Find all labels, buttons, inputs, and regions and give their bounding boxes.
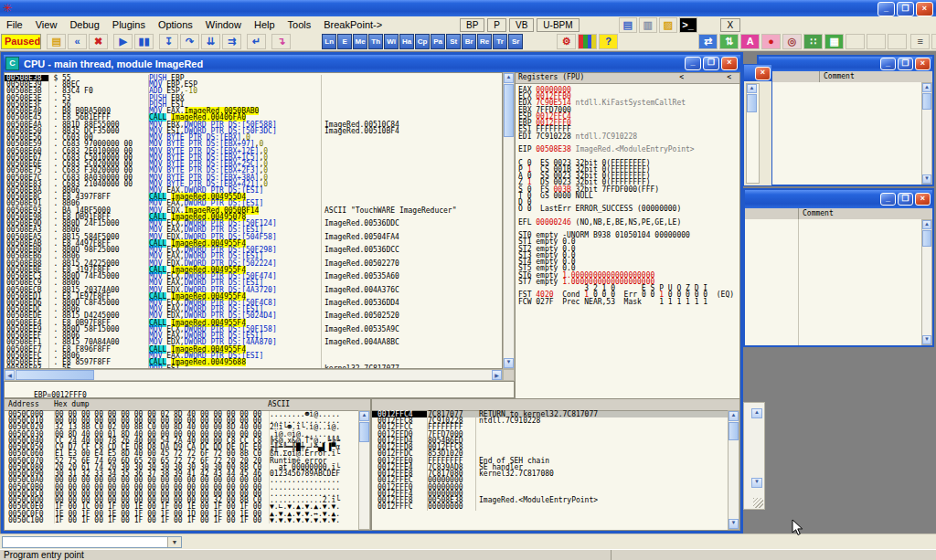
command-combobox[interactable]: ▼ bbox=[2, 536, 182, 548]
sliver2-scroll-up[interactable]: ▲ bbox=[751, 408, 762, 418]
side-mid-scroll-thumb[interactable] bbox=[922, 230, 931, 247]
updown-icon[interactable]: ⇅ bbox=[719, 34, 739, 49]
blank-button-1[interactable] bbox=[846, 34, 865, 49]
side-top-close-button[interactable]: × bbox=[915, 58, 931, 70]
log-icon[interactable]: ▤ bbox=[619, 17, 637, 33]
side-mid-maximize-button[interactable]: ❐ bbox=[898, 193, 913, 206]
menu-button-vb[interactable]: VB bbox=[509, 18, 534, 32]
help-icon[interactable]: ? bbox=[599, 34, 618, 49]
disasm-hscroll-thumb[interactable] bbox=[16, 370, 94, 380]
menu-debug[interactable]: Debug bbox=[63, 17, 105, 32]
menu-button-bp[interactable]: BP bbox=[460, 18, 484, 32]
toolbar-letter-re[interactable]: Re bbox=[477, 34, 492, 49]
sliver-scroll-thumb[interactable] bbox=[747, 94, 757, 112]
record-icon[interactable]: ● bbox=[761, 34, 781, 49]
notes-icon[interactable]: ▥ bbox=[639, 17, 657, 33]
toolbar-letter-tr[interactable]: Tr bbox=[493, 34, 507, 49]
cpu-maximize-button[interactable]: ❐ bbox=[703, 57, 719, 70]
toolbar-letter-ha[interactable]: Ha bbox=[399, 34, 414, 49]
disasm-scroll-thumb[interactable] bbox=[504, 84, 514, 137]
register-line[interactable]: T 0 GS 0000 NULL bbox=[518, 193, 739, 199]
toolbar-letter-e[interactable]: E bbox=[337, 34, 352, 49]
open-file-icon[interactable]: ▤ bbox=[47, 34, 66, 49]
disasm-vscrollbar[interactable]: ▲ ▼ bbox=[503, 72, 515, 369]
cpu-minimize-button[interactable]: _ bbox=[685, 57, 701, 70]
registers-pane-button-2[interactable]: < bbox=[724, 73, 734, 82]
toolbar-letter-pa[interactable]: Pa bbox=[431, 34, 445, 49]
console-icon[interactable]: >_ bbox=[679, 17, 697, 33]
cpu-titlebar[interactable]: C CPU - main thread, module ImageRed _ ❐… bbox=[4, 55, 740, 72]
side-top-content[interactable]: ▲ ▼ bbox=[759, 82, 932, 185]
side-top-scroll-thumb[interactable] bbox=[922, 93, 931, 110]
step-over-icon[interactable]: ↷ bbox=[180, 34, 199, 49]
toolbar-letter-th[interactable]: Th bbox=[368, 34, 383, 49]
register-line[interactable]: EFL 00000246 (NO,NB,E,BE,NS,PE,GE,LE) bbox=[518, 219, 739, 226]
appearance-icon[interactable] bbox=[578, 34, 597, 49]
cpu-close-button[interactable]: × bbox=[721, 57, 738, 70]
animate-into-icon[interactable]: ⇊ bbox=[201, 34, 220, 49]
step-into-icon[interactable]: ↧ bbox=[159, 34, 178, 49]
side-mid-minimize-button[interactable]: _ bbox=[880, 193, 896, 206]
side-mid-scroll-up[interactable]: ▲ bbox=[922, 220, 931, 229]
disasm-row[interactable]: 00508EFE.E8 8597F8FFCALL ImageRed.004956… bbox=[5, 359, 502, 365]
stack-vscrollbar[interactable]: ▲ ▼ bbox=[728, 410, 739, 530]
dump-col-ascii[interactable]: ASCII bbox=[268, 399, 370, 410]
disasm-scroll-right[interactable]: ▶ bbox=[492, 370, 502, 380]
dump-scroll-thumb[interactable] bbox=[359, 422, 369, 442]
toolbar-letter-me[interactable]: Me bbox=[353, 34, 367, 49]
toolbar-letter-sr[interactable]: Sr bbox=[508, 34, 523, 49]
disasm-hscrollbar[interactable]: ◀ ▶ bbox=[4, 369, 503, 381]
dump-vscrollbar[interactable]: ▲ bbox=[358, 410, 370, 530]
disasm-row[interactable]: 00508E3B.83C4 F0ADD ESP,-10 bbox=[5, 88, 502, 94]
blank-button-3[interactable] bbox=[888, 34, 907, 49]
menu-help[interactable]: Help bbox=[248, 17, 282, 32]
sliver2-scroll-down[interactable]: ▼ bbox=[751, 478, 762, 488]
menu-file[interactable]: File bbox=[0, 17, 29, 32]
menu-options[interactable]: Options bbox=[152, 17, 199, 32]
side-top-scroll-up[interactable]: ▲ bbox=[922, 83, 931, 92]
window-grid-icon[interactable]: ▦ bbox=[824, 34, 844, 49]
pause-icon[interactable]: ▮▮ bbox=[134, 34, 154, 49]
register-line[interactable]: EIP 00508E38 ImageRed.<ModuleEntryPoint> bbox=[518, 146, 739, 153]
toolbar-letter-st[interactable]: St bbox=[446, 34, 461, 49]
menu-breakpoint[interactable]: BreakPoint-> bbox=[317, 17, 388, 32]
menu-button-ubpm[interactable]: U-BPM bbox=[537, 18, 579, 32]
toolbar-letter-ln[interactable]: Ln bbox=[322, 34, 336, 49]
sliver-close-button[interactable]: × bbox=[755, 67, 771, 80]
dump-scroll-up[interactable]: ▲ bbox=[359, 411, 369, 421]
dice-icon[interactable]: ∷ bbox=[803, 34, 823, 49]
disasm-scroll-up[interactable]: ▲ bbox=[504, 73, 514, 83]
disasm-row[interactable]: 00508E3E.53PUSH EBX bbox=[5, 95, 502, 101]
menu-plugins[interactable]: Plugins bbox=[106, 17, 152, 32]
debug-options-gear-icon[interactable]: ⚙ bbox=[557, 34, 576, 49]
dump-row[interactable]: 0050C1001F 00 1F 00 1F 00 1F 00 1F 00 1F… bbox=[5, 517, 370, 523]
disasm-scroll-left[interactable]: ◀ bbox=[5, 370, 15, 380]
stack-row[interactable]: 0012FFFC00000000 bbox=[372, 503, 739, 510]
side-mid-scroll-down[interactable]: ▼ bbox=[922, 335, 931, 344]
sliver-scroll-up[interactable]: ▲ bbox=[747, 84, 757, 93]
list-view-icon[interactable]: ≡ bbox=[910, 34, 930, 49]
dump-col-hex[interactable]: Hex dump bbox=[54, 399, 268, 410]
disassembly-pane[interactable]: 00508E38$55PUSH EBP00508E39.8BECMOV EBP,… bbox=[4, 72, 503, 369]
swap-arrows-icon[interactable]: ⇄ bbox=[698, 34, 718, 49]
close-program-icon[interactable]: ✖ bbox=[89, 34, 108, 49]
side-top-minimize-button[interactable]: _ bbox=[880, 58, 896, 70]
close-button[interactable]: × bbox=[916, 2, 933, 16]
menu-close-button[interactable]: X bbox=[720, 18, 741, 32]
toolbar-letter-br[interactable]: Br bbox=[462, 34, 476, 49]
menu-window[interactable]: Window bbox=[199, 17, 248, 32]
animate-over-icon[interactable]: ⇉ bbox=[222, 34, 241, 49]
analyze-a-icon[interactable]: A bbox=[740, 34, 760, 49]
dump-pane[interactable]: Address Hex dump ASCII 0050C00000 00 00 … bbox=[4, 398, 371, 531]
resize-grip[interactable] bbox=[753, 498, 763, 508]
side-mid-close-button[interactable]: × bbox=[915, 193, 931, 206]
side-mid-content[interactable]: ▲ ▼ bbox=[745, 219, 932, 345]
dump-col-address[interactable]: Address bbox=[5, 399, 54, 410]
restart-icon[interactable]: « bbox=[68, 34, 87, 49]
toolbar-letter-wi[interactable]: Wi bbox=[384, 34, 399, 49]
stack-scroll-down[interactable]: ▼ bbox=[729, 519, 739, 529]
minimize-button[interactable]: _ bbox=[878, 2, 895, 16]
folder-icon[interactable]: ▨ bbox=[659, 17, 677, 33]
disasm-scroll-down[interactable]: ▼ bbox=[504, 358, 514, 368]
stack-scroll-up[interactable]: ▲ bbox=[729, 411, 739, 421]
